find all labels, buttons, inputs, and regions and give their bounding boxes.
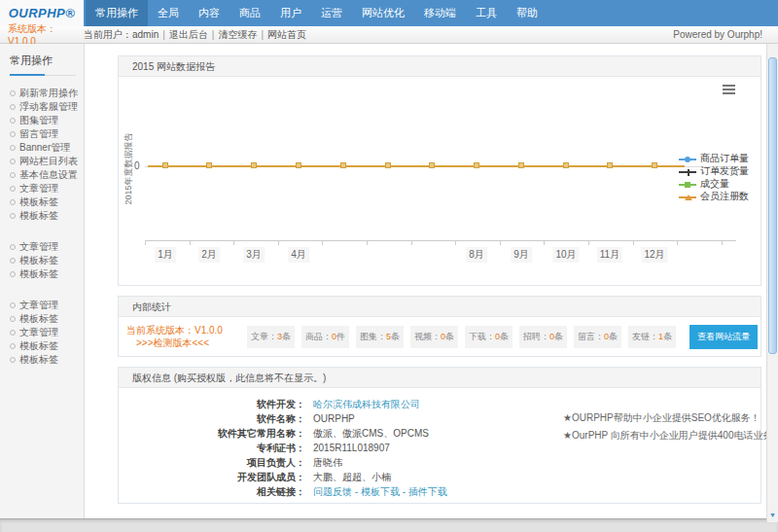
x-label-apr: 4月 xyxy=(288,247,309,263)
sidebar-item-template-tag[interactable]: 模板标签 xyxy=(10,339,84,352)
legend-item-member-registrations[interactable]: 会员注册数 xyxy=(679,191,749,202)
chart-point-marker xyxy=(652,162,657,168)
legend-square-marker-icon xyxy=(679,180,696,189)
nav-mobile[interactable]: 移动端 xyxy=(414,0,466,26)
nav-operation[interactable]: 运营 xyxy=(311,0,352,26)
row-links: 相关链接： 问题反馈 - 模板下载 - 插件下载 xyxy=(119,484,549,499)
promo-notes: ★OURPHP帮助中小企业提供SEO优化服务！ ★OurPHP 向所有中小企业用… xyxy=(549,388,772,503)
site-home-link[interactable]: 网站首页 xyxy=(257,28,306,42)
sidebar-group-3: 文章管理 模板标签 文章管理 模板标签 模板标签 xyxy=(10,299,84,366)
stat-article: 文章：3条 xyxy=(247,326,295,348)
legend-label: 订单发货量 xyxy=(700,164,749,178)
sidebar-item-template-tag[interactable]: 模板标签 xyxy=(10,312,84,325)
x-label-feb: 2月 xyxy=(198,247,220,263)
chart-y-axis-label: 2015年度数据报告 xyxy=(123,121,135,218)
current-user: 当前用户：admin xyxy=(84,28,159,42)
sidebar: 常用操作 刷新常用操作 浮动客服管理 图集管理 留言管理 Banner管理 网站… xyxy=(0,44,85,518)
stat-download: 下载：0条 xyxy=(465,326,513,348)
row-patent: 专利证书： 2015R11L018907 xyxy=(119,441,549,455)
check-version-link[interactable]: >>>检测版本<<< xyxy=(126,337,247,349)
chart-point-marker xyxy=(429,162,435,168)
chart-point-marker xyxy=(474,162,479,168)
report-panel: 2015 网站数据报告 2015年度数据报告 0 xyxy=(118,55,761,286)
sidebar-item-template-tag[interactable]: 模板标签 xyxy=(10,209,84,222)
row-leader: 项目负责人： 唐晓伟 xyxy=(119,455,549,470)
chart-point-marker xyxy=(206,162,212,168)
legend-triangle-marker-icon xyxy=(679,193,696,201)
sidebar-item-service[interactable]: 浮动客服管理 xyxy=(10,100,84,113)
chart-point-marker xyxy=(518,162,524,168)
legend-plus-marker-icon xyxy=(679,167,696,176)
x-label-nov: 11月 xyxy=(597,247,622,263)
stats-panel-title: 内部统计 xyxy=(119,297,760,317)
sidebar-item-basic-info[interactable]: 基本信息设置 xyxy=(10,168,84,181)
powered-by: Powered by Ourphp! xyxy=(673,29,778,40)
sidebar-item-article[interactable]: 文章管理 xyxy=(10,299,84,311)
logout-link[interactable]: 退出后台 xyxy=(159,28,208,42)
nav-common-ops[interactable]: 常用操作 xyxy=(86,0,148,26)
chart-point-marker xyxy=(162,162,168,168)
x-label-mar: 3月 xyxy=(243,247,265,263)
legend-item-order-shipments[interactable]: 订单发货量 xyxy=(679,165,749,177)
sidebar-item-article[interactable]: 文章管理 xyxy=(10,326,84,338)
x-label-sep: 9月 xyxy=(511,247,532,263)
stat-boxes: 文章：3条 商品：0件 图集：5条 视频：0条 下载：0条 招聘：0条 留言：0… xyxy=(247,325,758,349)
window-bottom-edge xyxy=(0,518,778,532)
x-label-dec: 12月 xyxy=(641,247,667,263)
vertical-scrollbar xyxy=(766,44,778,522)
nav-user[interactable]: 用户 xyxy=(270,0,311,26)
sidebar-item-template-tag[interactable]: 模板标签 xyxy=(10,195,84,208)
main-content: 2015 网站数据报告 2015年度数据报告 0 xyxy=(85,44,778,518)
sidebar-item-message[interactable]: 留言管理 xyxy=(10,127,84,140)
stats-body: 当前系统版本：V1.0.0 >>>检测版本<<< 文章：3条 商品：0件 图集：… xyxy=(119,317,760,356)
promo-note-400: ★OurPHP 向所有中小企业用户提供400电话业务 xyxy=(563,427,772,444)
sidebar-item-gallery[interactable]: 图集管理 xyxy=(10,114,84,126)
sidebar-item-article[interactable]: 文章管理 xyxy=(10,240,84,253)
row-team: 开发团队成员： 大鹏、超超、小楠 xyxy=(119,470,549,484)
chart-point-marker xyxy=(251,162,257,168)
chart-menu-icon[interactable] xyxy=(723,85,735,87)
chart-legend: 商品订单量 订单发货量 成交量 会员注册数 xyxy=(679,153,749,203)
chart-x-ticks xyxy=(145,240,737,245)
sidebar-item-refresh[interactable]: 刷新常用操作 xyxy=(10,87,84,99)
chart-data-line xyxy=(148,165,685,167)
scrollbar-thumb[interactable] xyxy=(768,57,777,354)
scroll-down-arrow-icon[interactable] xyxy=(767,510,778,522)
row-aliases: 软件其它常用名称： 傲派、傲派CMS、OPCMS xyxy=(119,426,549,441)
x-label-oct: 10月 xyxy=(552,247,579,263)
nav-help[interactable]: 帮助 xyxy=(507,0,548,26)
legend-label: 商品订单量 xyxy=(700,152,749,165)
sidebar-group-1: 刷新常用操作 浮动客服管理 图集管理 留言管理 Banner管理 网站栏目列表 … xyxy=(10,87,84,222)
nav-seo[interactable]: 网站优化 xyxy=(352,0,414,26)
nav-product[interactable]: 商品 xyxy=(230,0,270,26)
developer-company-link[interactable]: 哈尔滨伟成科技有限公司 xyxy=(305,397,420,411)
sidebar-item-banner[interactable]: Banner管理 xyxy=(10,141,84,154)
related-links[interactable]: 问题反馈 - 模板下载 - 插件下载 xyxy=(305,484,447,499)
user-status-line: 当前用户：admin 退出后台 清空缓存 网站首页 xyxy=(84,28,673,42)
sidebar-title: 常用操作 xyxy=(10,53,76,76)
copyright-panel: 版权信息 (购买授权版，此信息将不在显示。) 软件开发： 哈尔滨伟成科技有限公司… xyxy=(118,367,761,504)
view-traffic-button[interactable]: 查看网站流量 xyxy=(690,325,758,349)
legend-item-deals[interactable]: 成交量 xyxy=(679,178,749,190)
nav-global[interactable]: 全局 xyxy=(148,0,189,26)
chart-point-marker xyxy=(296,162,301,168)
copyright-rows: 软件开发： 哈尔滨伟成科技有限公司 软件名称： OURPHP 软件其它常用名称：… xyxy=(119,388,549,503)
nav-content[interactable]: 内容 xyxy=(189,0,230,26)
sidebar-item-article[interactable]: 文章管理 xyxy=(10,182,84,195)
clear-cache-link[interactable]: 清空缓存 xyxy=(208,28,258,42)
top-navbar: OURPHP® 常用操作 全局 内容 商品 用户 运营 网站优化 移动端 工具 … xyxy=(0,0,778,26)
sidebar-item-template-tag[interactable]: 模板标签 xyxy=(10,267,84,280)
stat-job: 招聘：0条 xyxy=(519,326,567,348)
promo-note-seo: ★OURPHP帮助中小企业提供SEO优化服务！ xyxy=(563,409,772,427)
copyright-panel-title: 版权信息 (购买授权版，此信息将不在显示。) xyxy=(119,368,760,388)
legend-label: 成交量 xyxy=(700,177,729,191)
sidebar-item-site-columns[interactable]: 网站栏目列表 xyxy=(10,155,84,167)
legend-item-goods-orders[interactable]: 商品订单量 xyxy=(679,153,749,164)
sidebar-item-template-tag[interactable]: 模板标签 xyxy=(10,254,84,266)
stat-gallery: 图集：5条 xyxy=(356,326,404,348)
stat-video: 视频：0条 xyxy=(410,326,458,348)
chart-point-marker xyxy=(385,162,391,168)
x-label-jan: 1月 xyxy=(155,247,176,263)
nav-tools[interactable]: 工具 xyxy=(466,0,507,26)
sidebar-item-template-tag[interactable]: 模板标签 xyxy=(10,353,84,366)
